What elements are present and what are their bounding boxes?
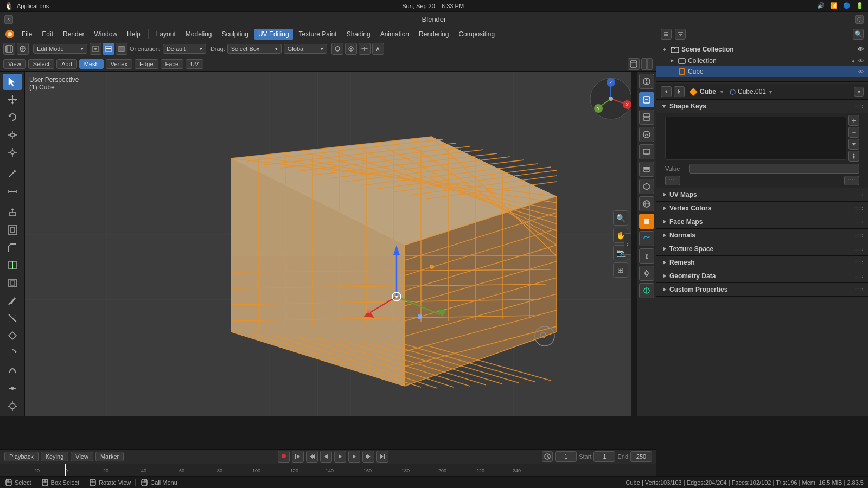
- workspace-layout[interactable]: Layout: [152, 29, 180, 40]
- custom-properties-header[interactable]: Custom Properties ::::: [656, 283, 868, 296]
- tool-loop-cut[interactable]: [3, 257, 22, 273]
- face-select-mode[interactable]: [116, 43, 127, 55]
- proportional-edit-button[interactable]: [345, 43, 357, 55]
- scene-collection-header[interactable]: Scene Collection 👁: [656, 43, 868, 55]
- tool-inset[interactable]: [3, 222, 22, 238]
- workspace-texture-paint[interactable]: Texture Paint: [295, 29, 341, 40]
- step-forward-button[interactable]: [362, 451, 374, 463]
- uv-maps-header[interactable]: UV Maps ::::: [656, 188, 868, 201]
- cube-object-item[interactable]: Cube 👁: [656, 66, 868, 77]
- tool-cursor[interactable]: [3, 74, 22, 90]
- normals-header[interactable]: Normals ::::: [656, 229, 868, 242]
- collection-item[interactable]: Collection ● 👁: [656, 55, 868, 66]
- modifier-properties-icon[interactable]: [639, 231, 654, 246]
- filter-icon[interactable]: [675, 29, 686, 40]
- tool-measure[interactable]: [3, 183, 22, 199]
- mode-select[interactable]: Select: [28, 59, 55, 69]
- playback-button[interactable]: Playback: [4, 452, 39, 461]
- jump-start-button[interactable]: [292, 451, 304, 463]
- cube-visibility-toggle[interactable]: 👁: [858, 69, 864, 75]
- vertex-select-mode[interactable]: [90, 43, 101, 55]
- particles-icon[interactable]: [639, 248, 654, 264]
- search-outliner[interactable]: 🔍: [853, 29, 864, 40]
- jump-end-button[interactable]: [376, 451, 388, 463]
- obj-props-back[interactable]: [661, 86, 672, 97]
- mode-uv[interactable]: UV: [186, 59, 203, 69]
- obj-props-forward[interactable]: [674, 86, 685, 97]
- menu-render[interactable]: Render: [59, 29, 88, 40]
- shape-key-bottom-dots[interactable]: ::::: [844, 176, 859, 185]
- workspace-shading[interactable]: Shading: [342, 29, 375, 40]
- edge-select-mode[interactable]: [103, 43, 114, 55]
- more-options-button[interactable]: ∧: [372, 43, 384, 55]
- tool-smooth[interactable]: [3, 363, 22, 379]
- marker-button[interactable]: Marker: [95, 452, 124, 461]
- workspace-modeling[interactable]: Modeling: [181, 29, 216, 40]
- active-tool-icon[interactable]: [639, 110, 654, 125]
- tool-edge-slide[interactable]: [3, 380, 22, 396]
- tool-bevel[interactable]: [3, 240, 22, 256]
- shape-key-value-slider[interactable]: [689, 164, 859, 174]
- collection-eye-icon[interactable]: 👁: [858, 46, 864, 53]
- tool-shrink-fatten[interactable]: [3, 398, 22, 414]
- window-expand-button[interactable]: ⬡: [855, 15, 864, 24]
- blender-logo[interactable]: [3, 28, 16, 41]
- menu-edit[interactable]: Edit: [37, 29, 58, 40]
- shape-key-more[interactable]: [848, 151, 859, 162]
- vertex-colors-header[interactable]: Vertex Colors ::::: [656, 202, 868, 215]
- menu-window[interactable]: Window: [90, 29, 122, 40]
- scene-properties-icon[interactable]: [639, 179, 654, 194]
- remesh-header[interactable]: Remesh ::::: [656, 256, 868, 269]
- menu-file[interactable]: File: [17, 29, 36, 40]
- tool-scale[interactable]: [3, 126, 22, 143]
- add-shape-key[interactable]: +: [848, 115, 859, 126]
- mode-face[interactable]: Face: [161, 59, 183, 69]
- shape-key-down[interactable]: [848, 139, 859, 150]
- shape-keys-header[interactable]: Shape Keys ::::: [656, 100, 868, 113]
- workspace-uv-editing[interactable]: UV Editing: [254, 29, 293, 40]
- xray-arrow-right[interactable]: [647, 58, 653, 70]
- tool-move[interactable]: [3, 91, 22, 107]
- mode-mesh[interactable]: Mesh: [79, 59, 104, 69]
- timeline-ruler[interactable]: -20 0 20 40 60 80 100 120 140 160 180 20…: [0, 464, 656, 476]
- panel-collapse-button[interactable]: ›: [624, 233, 631, 255]
- current-frame-input[interactable]: 1: [555, 451, 577, 462]
- physics-icon[interactable]: [639, 266, 654, 281]
- texture-space-header[interactable]: Texture Space ::::: [656, 242, 868, 255]
- tool-rotate[interactable]: [3, 109, 22, 125]
- mode-vertex[interactable]: Vertex: [106, 59, 132, 69]
- tool-annotate[interactable]: [3, 165, 22, 182]
- outliner-icon[interactable]: [661, 29, 672, 40]
- record-button[interactable]: [278, 451, 290, 463]
- start-frame-input[interactable]: 1: [593, 451, 615, 462]
- geometry-data-header[interactable]: Geometry Data ::::: [656, 269, 868, 282]
- zoom-in-button[interactable]: 🔍: [613, 210, 628, 226]
- collection-visibility-toggle[interactable]: 👁: [858, 58, 864, 64]
- view-button[interactable]: View: [71, 452, 93, 461]
- xray-toggle[interactable]: [628, 58, 640, 70]
- obj-props-expand[interactable]: ▾: [854, 87, 864, 97]
- view-layer-properties-icon[interactable]: [639, 162, 654, 177]
- object-properties-icon[interactable]: [639, 214, 654, 229]
- tool-bisect[interactable]: [3, 310, 22, 326]
- time-icon[interactable]: [542, 451, 553, 462]
- window-close-button[interactable]: ×: [4, 15, 13, 24]
- properties-header-icon[interactable]: [639, 74, 654, 89]
- play-button[interactable]: [334, 451, 346, 463]
- tool-extrude[interactable]: [3, 204, 22, 221]
- next-frame-button[interactable]: [348, 451, 360, 463]
- app-name[interactable]: Applications: [17, 3, 49, 9]
- workspace-compositing[interactable]: Compositing: [454, 29, 499, 40]
- mode-edge[interactable]: Edge: [135, 59, 158, 69]
- pivot-dropdown[interactable]: Global ▾: [284, 44, 327, 54]
- edit-mode-dropdown[interactable]: Edit Mode ▾: [33, 44, 87, 54]
- step-back-button[interactable]: [306, 451, 318, 463]
- workspace-animation[interactable]: Animation: [376, 29, 413, 40]
- orientation-dropdown[interactable]: Default ▾: [163, 44, 206, 54]
- snap-button[interactable]: [331, 43, 343, 55]
- tool-transform[interactable]: [3, 144, 22, 160]
- menu-help[interactable]: Help: [123, 29, 145, 40]
- output-properties-icon[interactable]: [639, 144, 654, 159]
- tool-properties-icon[interactable]: [639, 92, 654, 107]
- remove-shape-key[interactable]: −: [848, 127, 859, 138]
